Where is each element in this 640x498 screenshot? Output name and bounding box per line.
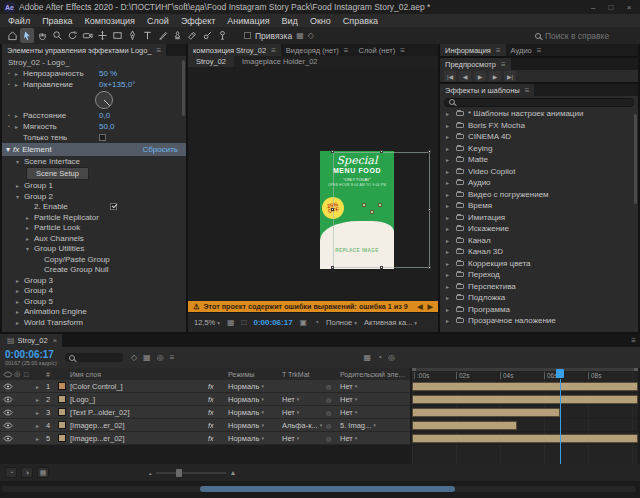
- tree-item-particle-replicator[interactable]: ▸ Particle Replicator: [2, 212, 186, 223]
- fx-badge-icon[interactable]: fx: [208, 435, 228, 442]
- effects-category-item[interactable]: ▸ Keying: [440, 143, 638, 155]
- twirl-icon[interactable]: ▸: [36, 409, 46, 416]
- panel-menu-icon[interactable]: ≡: [537, 46, 542, 55]
- twirl-icon[interactable]: ▸: [16, 319, 24, 326]
- snap-option-icon-2[interactable]: ◇: [308, 31, 314, 40]
- visibility-eye-icon[interactable]: [0, 396, 14, 403]
- selection-handle[interactable]: [331, 150, 334, 153]
- pen-tool[interactable]: [125, 28, 139, 43]
- visibility-eye-icon[interactable]: [0, 409, 14, 416]
- menu-item[interactable]: Файл: [2, 16, 36, 26]
- mask-toggle-icon[interactable]: □: [242, 318, 247, 327]
- parent-dropdown[interactable]: Нет▾: [340, 408, 410, 417]
- menu-item[interactable]: Композиция: [79, 16, 141, 26]
- shape-tool[interactable]: [110, 28, 124, 43]
- menu-item[interactable]: Справка: [337, 16, 384, 26]
- twirl-icon[interactable]: ▸: [446, 179, 452, 186]
- panel-menu-icon[interactable]: ≡: [157, 46, 162, 55]
- hand-tool[interactable]: [35, 28, 49, 43]
- twirl-icon[interactable]: ▸: [446, 214, 452, 221]
- visibility-eye-icon[interactable]: [0, 383, 14, 390]
- effects-category-item[interactable]: ▸ * Шаблоны настроек анимации: [440, 108, 638, 120]
- twirl-icon[interactable]: ▸: [16, 298, 24, 305]
- effects-category-item[interactable]: ▸ Коррекция цвета: [440, 258, 638, 270]
- tree-item-group-2[interactable]: ▾ Group 2: [2, 191, 186, 202]
- property-row-softness[interactable]: ◔ ▸ Мягкость 50,0: [2, 121, 186, 132]
- twirl-icon[interactable]: ▸: [446, 237, 452, 244]
- blend-mode-dropdown[interactable]: Нормаль▾: [228, 382, 282, 391]
- modes-column-header[interactable]: Режимы: [228, 371, 282, 378]
- panel-menu-icon[interactable]: ≡: [344, 46, 349, 55]
- twirl-icon[interactable]: ▾: [16, 158, 24, 165]
- stopwatch-icon[interactable]: ◔: [6, 112, 15, 119]
- selection-tool[interactable]: [20, 28, 34, 43]
- twirl-icon[interactable]: ▸: [446, 283, 452, 290]
- tree-item-group-5[interactable]: ▸ Group 5: [2, 296, 186, 307]
- effects-category-item[interactable]: ▸ Подложка: [440, 292, 638, 304]
- orbit-camera-tool[interactable]: [65, 28, 79, 43]
- camera-tool[interactable]: [80, 28, 94, 43]
- tree-item-group-4[interactable]: ▸ Group 4: [2, 286, 186, 297]
- transport-button[interactable]: ▶|: [504, 71, 516, 81]
- twirl-icon[interactable]: ▸: [16, 182, 24, 189]
- selection-handle[interactable]: [331, 208, 334, 211]
- layer-bar[interactable]: [412, 382, 638, 391]
- timeline-search-input[interactable]: [78, 354, 119, 361]
- panel-menu-icon[interactable]: ≡: [271, 46, 276, 55]
- panel-menu-icon[interactable]: ≡: [501, 60, 506, 69]
- effects-category-item[interactable]: ▸ Искажение: [440, 223, 638, 235]
- viewer-tab-stroy-02[interactable]: Stroy_02: [188, 56, 234, 67]
- horizontal-scrollbar-thumb[interactable]: [200, 486, 455, 492]
- selection-handle[interactable]: [380, 266, 383, 269]
- current-time-display[interactable]: 0:00:06:17 00167 (25.00 кадр/с): [5, 350, 57, 366]
- layer-selection-box[interactable]: [333, 152, 430, 268]
- pickwhip-icon[interactable]: ◎: [326, 409, 340, 416]
- parent-dropdown[interactable]: 5. Imag...▾: [340, 421, 410, 430]
- blend-mode-dropdown[interactable]: Нормаль▾: [228, 434, 282, 443]
- selection-handle[interactable]: [428, 208, 431, 211]
- current-time-indicator-handle[interactable]: [556, 369, 564, 378]
- timeline-switch-icon[interactable]: ▦: [364, 353, 372, 362]
- trkmat-dropdown[interactable]: Альфа-к...▾: [282, 421, 326, 430]
- twirl-icon[interactable]: ▸: [446, 294, 452, 301]
- pan-behind-tool[interactable]: [95, 28, 109, 43]
- twirl-icon[interactable]: ▸: [446, 271, 452, 278]
- softness-value[interactable]: 50,0: [99, 122, 115, 131]
- zoom-slider-knob[interactable]: [176, 469, 182, 477]
- selection-handle[interactable]: [428, 266, 431, 269]
- visibility-eye-icon[interactable]: [0, 422, 14, 429]
- twirl-icon[interactable]: ▸: [26, 214, 34, 221]
- tree-item-copy-paste-group[interactable]: Copy/Paste Group: [2, 254, 186, 265]
- tab-audio[interactable]: Аудио ≡: [506, 44, 547, 56]
- panel-menu-icon[interactable]: ≡: [627, 334, 640, 347]
- timeline-switch-icon[interactable]: ◔: [377, 353, 382, 362]
- twirl-icon[interactable]: ▸: [15, 81, 23, 88]
- twirl-icon[interactable]: ▸: [16, 308, 24, 315]
- twirl-icon[interactable]: ▸: [446, 248, 452, 255]
- twirl-icon[interactable]: ▸: [16, 277, 24, 284]
- twirl-icon[interactable]: ▾: [16, 193, 24, 200]
- fx-badge-icon[interactable]: fx: [208, 396, 228, 403]
- transport-button[interactable]: |◀: [444, 71, 456, 81]
- twirl-icon[interactable]: ▸: [446, 133, 452, 140]
- close-button[interactable]: ×: [622, 3, 636, 12]
- direction-dial[interactable]: [94, 90, 114, 110]
- clone-stamp-tool[interactable]: [170, 28, 184, 43]
- menu-item[interactable]: Правка: [36, 16, 78, 26]
- tab-composition[interactable]: композиция Stroy_02 ≡: [188, 44, 281, 56]
- blend-mode-dropdown[interactable]: Нормаль▾: [228, 408, 282, 417]
- tab-layer[interactable]: Слой (нет) ≡: [353, 44, 410, 56]
- effects-category-item[interactable]: ▸ Matte: [440, 154, 638, 166]
- layer-name[interactable]: [Color Control_]: [70, 382, 208, 391]
- twirl-icon[interactable]: ▸: [446, 191, 452, 198]
- preview-timecode[interactable]: 0:00:06:17: [253, 318, 292, 327]
- parent-dropdown[interactable]: Нет▾: [340, 434, 410, 443]
- zoom-tool[interactable]: [50, 28, 64, 43]
- zoom-slider-track[interactable]: [156, 472, 226, 474]
- layer-bar[interactable]: [412, 434, 638, 443]
- twirl-icon[interactable]: ▸: [15, 123, 23, 130]
- layer-row-4[interactable]: ▸ 4 [Imagep...er_02] fx Нормаль▾ Альфа-к…: [0, 419, 410, 432]
- effects-category-item[interactable]: ▸ Аудио: [440, 177, 638, 189]
- property-row-opacity[interactable]: ◔ ▸ Непрозрачность 50 %: [2, 68, 186, 79]
- label-color-swatch[interactable]: [58, 395, 66, 403]
